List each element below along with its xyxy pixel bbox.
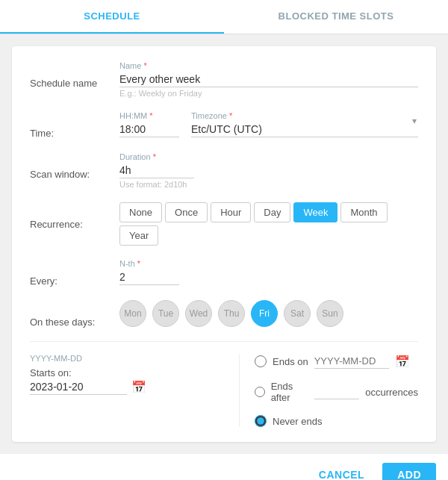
day-fri[interactable]: Fri <box>251 300 278 327</box>
never-ends-label: Never ends <box>273 416 322 427</box>
schedule-name-row: Schedule name Name * E.g.: Weekly on Fri… <box>30 61 418 98</box>
name-field-label: Name * <box>119 61 418 70</box>
every-input[interactable] <box>119 269 179 285</box>
ends-on-radio[interactable] <box>255 355 267 367</box>
recurrence-none[interactable]: None <box>119 202 162 222</box>
nth-label: N-th * <box>119 259 418 268</box>
ends-on-option: Ends on 📅 <box>255 354 418 369</box>
starts-on-calendar-icon[interactable]: 📅 <box>131 380 146 394</box>
tab-schedule[interactable]: SCHEDULE <box>0 0 224 34</box>
starts-ends-row: YYYY-MM-DD Starts on: 📅 Ends on 📅 Ends a… <box>30 354 418 427</box>
recurrence-day[interactable]: Day <box>254 202 290 222</box>
main-card: Schedule name Name * E.g.: Weekly on Fri… <box>12 46 436 442</box>
occurrences-label: occurrences <box>365 387 418 398</box>
scan-window-label: Scan window: <box>30 152 119 180</box>
on-these-days-content: Mon Tue Wed Thu Fri Sat Sun <box>119 300 418 327</box>
scan-window-row: Scan window: Duration * Use format: 2d10… <box>30 152 418 189</box>
time-content: HH:MM * Timezone * Etc/UTC (UTC) ▾ <box>119 111 418 137</box>
starts-on-input-wrap: 📅 <box>30 379 224 395</box>
schedule-name-hint: E.g.: Weekly on Friday <box>119 89 418 98</box>
starts-on-label: Starts on: <box>30 364 119 378</box>
recurrence-content: None Once Hour Day Week Month Year <box>119 202 418 246</box>
time-tz-row: HH:MM * Timezone * Etc/UTC (UTC) ▾ <box>119 111 418 137</box>
recurrence-week[interactable]: Week <box>293 202 337 222</box>
starts-on-input[interactable] <box>30 379 127 395</box>
ends-on-label: Ends on <box>273 356 308 367</box>
schedule-name-label: Schedule name <box>30 61 119 89</box>
scan-window-content: Duration * Use format: 2d10h <box>119 152 418 189</box>
add-button[interactable]: ADD <box>382 463 436 480</box>
cancel-button[interactable]: CANCEL <box>307 463 376 480</box>
ends-after-option: Ends after occurrences <box>255 381 418 403</box>
timezone-select[interactable]: Etc/UTC (UTC) <box>191 122 418 137</box>
hhmm-label: HH:MM * <box>119 111 179 120</box>
every-label: Every: <box>30 259 119 287</box>
time-input[interactable] <box>119 122 179 137</box>
recurrence-buttons: None Once Hour Day Week Month Year <box>119 202 418 246</box>
time-field: HH:MM * <box>119 111 179 137</box>
day-mon[interactable]: Mon <box>119 300 146 327</box>
recurrence-label: Recurrence: <box>30 202 119 230</box>
recurrence-row: Recurrence: None Once Hour Day Week Mont… <box>30 202 418 246</box>
ends-on-calendar-icon[interactable]: 📅 <box>395 355 410 369</box>
day-thu[interactable]: Thu <box>218 300 245 327</box>
schedule-name-input[interactable] <box>119 72 418 87</box>
day-wed[interactable]: Wed <box>185 300 212 327</box>
day-sun[interactable]: Sun <box>317 300 343 327</box>
schedule-name-content: Name * E.g.: Weekly on Friday <box>119 61 418 98</box>
ends-on-date-input[interactable] <box>314 354 389 369</box>
day-sat[interactable]: Sat <box>284 300 311 327</box>
days-row: Mon Tue Wed Thu Fri Sat Sun <box>119 300 418 327</box>
duration-hint: Use format: 2d10h <box>119 180 418 189</box>
recurrence-once[interactable]: Once <box>165 202 208 222</box>
on-these-days-label: On these days: <box>30 300 119 328</box>
timezone-field: Timezone * Etc/UTC (UTC) ▾ <box>191 111 418 137</box>
day-tue[interactable]: Tue <box>152 300 179 327</box>
tab-blocked-time-slots[interactable]: BLOCKED TIME SLOTS <box>224 0 448 34</box>
every-content: N-th * <box>119 259 418 285</box>
ends-after-label: Ends after <box>271 381 309 403</box>
recurrence-year[interactable]: Year <box>119 225 158 246</box>
time-label: Time: <box>30 111 119 139</box>
ends-col: Ends on 📅 Ends after occurrences Never e… <box>239 354 418 427</box>
never-ends-option: Never ends <box>255 415 418 427</box>
recurrence-hour[interactable]: Hour <box>211 202 251 222</box>
on-these-days-row: On these days: Mon Tue Wed Thu Fri Sat S… <box>30 300 418 328</box>
starts-on-col: YYYY-MM-DD Starts on: 📅 <box>30 354 239 395</box>
every-row: Every: N-th * <box>30 259 418 287</box>
occurrences-input[interactable] <box>314 384 359 399</box>
starts-date-placeholder-label: YYYY-MM-DD <box>30 354 224 363</box>
tab-bar: SCHEDULE BLOCKED TIME SLOTS <box>0 0 448 34</box>
duration-input[interactable] <box>119 163 194 178</box>
time-row: Time: HH:MM * Timezone * Etc/UTC (UTC) ▾ <box>30 111 418 139</box>
footer: CANCEL ADD <box>0 454 448 480</box>
divider <box>30 341 418 342</box>
recurrence-month[interactable]: Month <box>340 202 387 222</box>
timezone-label: Timezone * <box>191 111 418 120</box>
ends-after-radio[interactable] <box>255 386 265 398</box>
never-ends-radio[interactable] <box>255 415 267 427</box>
duration-label: Duration * <box>119 152 418 161</box>
